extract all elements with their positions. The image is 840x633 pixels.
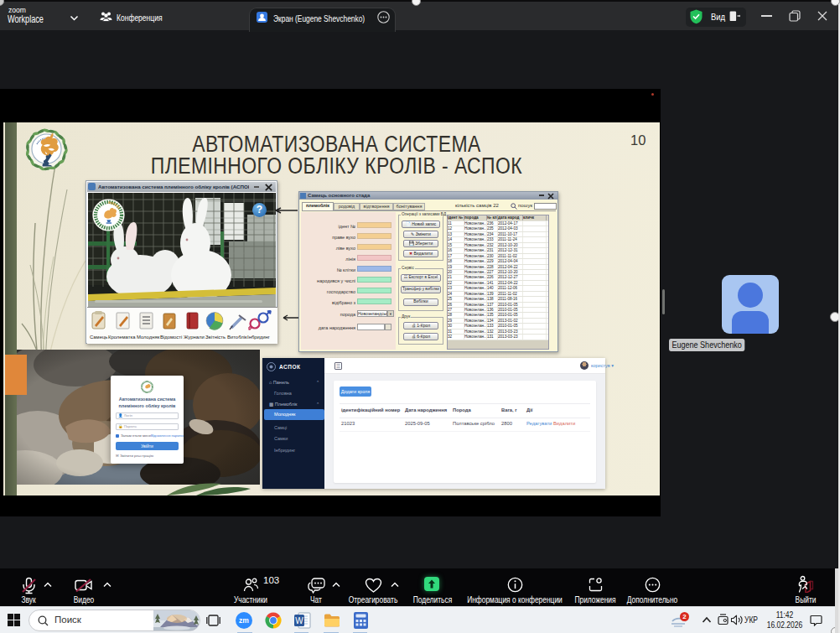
svg-text:W: W [295, 616, 303, 625]
